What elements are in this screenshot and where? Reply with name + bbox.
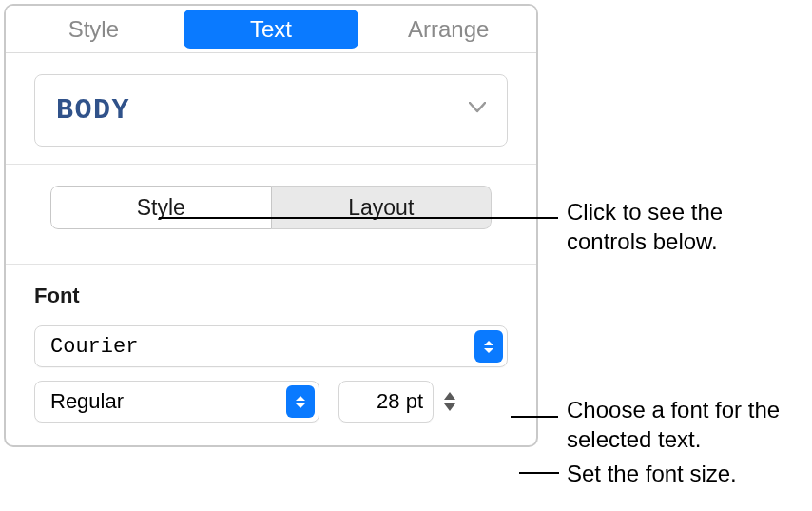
callout-leader bbox=[511, 416, 558, 418]
font-size-group: 28 pt bbox=[338, 381, 460, 423]
inspector-tabbar: Style Text Arrange bbox=[6, 6, 536, 53]
callout-leader bbox=[159, 217, 558, 219]
popup-arrows-icon bbox=[286, 385, 315, 418]
callout-font-size: Set the font size. bbox=[567, 459, 804, 488]
segment-style[interactable]: Style bbox=[50, 186, 272, 229]
tab-arrange-label: Arrange bbox=[408, 16, 489, 43]
font-row-2: Regular 28 pt bbox=[34, 381, 508, 423]
callout-font-size-text: Set the font size. bbox=[567, 461, 737, 486]
font-size-field[interactable]: 28 pt bbox=[338, 381, 434, 423]
text-subsection-segmented: Style Layout bbox=[50, 186, 492, 229]
paragraph-style-section: BODY bbox=[6, 53, 536, 165]
format-inspector-panel: Style Text Arrange BODY Style Layout Fon… bbox=[4, 4, 538, 447]
text-subsection-wrap: Style Layout bbox=[6, 186, 536, 265]
stepper-down-icon bbox=[444, 403, 455, 411]
paragraph-style-popup[interactable]: BODY bbox=[34, 74, 508, 147]
tab-text[interactable]: Text bbox=[184, 10, 359, 49]
font-size-value: 28 pt bbox=[377, 389, 423, 414]
paragraph-style-label: BODY bbox=[56, 94, 130, 127]
font-weight-label: Regular bbox=[50, 389, 286, 414]
font-size-stepper[interactable] bbox=[439, 383, 460, 420]
tab-style-label: Style bbox=[68, 16, 119, 43]
chevron-down-icon bbox=[469, 102, 486, 119]
tab-style[interactable]: Style bbox=[6, 6, 182, 52]
callout-leader bbox=[519, 472, 559, 474]
stepper-up-icon bbox=[444, 392, 455, 400]
tab-text-label: Text bbox=[250, 16, 292, 43]
callout-segmented: Click to see the controls below. bbox=[567, 197, 804, 256]
callout-font-family-text: Choose a font for the selected text. bbox=[567, 397, 780, 452]
font-weight-popup[interactable]: Regular bbox=[34, 381, 319, 423]
callout-segmented-text: Click to see the controls below. bbox=[567, 199, 723, 254]
font-family-popup[interactable]: Courier bbox=[34, 325, 508, 367]
font-heading: Font bbox=[34, 284, 508, 308]
font-section: Font Courier Regular 28 pt bbox=[6, 265, 536, 445]
segment-layout[interactable]: Layout bbox=[272, 186, 493, 229]
callout-font-family: Choose a font for the selected text. bbox=[567, 395, 812, 454]
font-family-label: Courier bbox=[50, 335, 474, 359]
tab-arrange[interactable]: Arrange bbox=[360, 6, 536, 52]
popup-arrows-icon bbox=[474, 330, 503, 363]
